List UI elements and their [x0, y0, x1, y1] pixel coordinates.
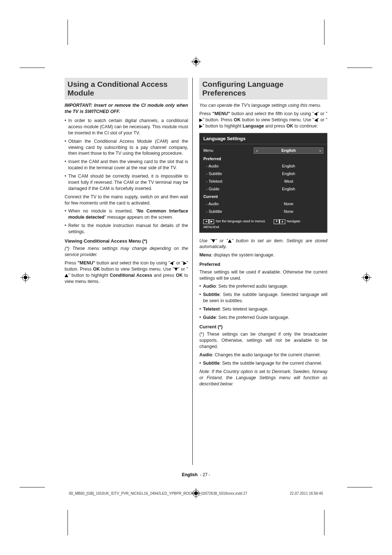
subheading-current: Current (*) [199, 324, 327, 330]
osd-footer: ◄ ▌▶Set the language used in menus ▼ ▌▲N… [200, 216, 327, 225]
important-note: IMPORTANT: Insert or remove the CI modul… [65, 102, 188, 115]
list-item: Audio: Sets the preferred audio language… [199, 283, 327, 289]
press-instructions: Press "MENU" button and select the fifth… [199, 111, 327, 129]
osd-row: - AudioEnglish [203, 162, 323, 170]
crop-mark [20, 487, 45, 487]
menu-desc: Menu: displays the system language. [199, 252, 327, 258]
arrow-down-icon [174, 268, 178, 271]
service-provider-note: (*) These menu settings may change depen… [65, 246, 188, 258]
list-item: Teletext: Sets teletext language. [199, 306, 327, 312]
osd-group-current: Current [203, 193, 323, 200]
list-item: The CAM should be correctly inserted, it… [65, 173, 188, 192]
arrow-left-icon [314, 112, 317, 116]
list-item: Subtitle: Sets the subtitle language. Se… [199, 292, 327, 304]
page-footer: English - 27 - [65, 472, 327, 477]
nav-arrows-icon: ◄ ▌▶ [203, 219, 214, 224]
registration-mark-icon [191, 57, 201, 67]
heading-conditional-access: Using a Conditional Access Module [65, 78, 188, 100]
current-list: Subtitle: Sets the subtitle language for… [199, 360, 327, 366]
osd-row: - SubtitleNone [203, 208, 323, 215]
arrow-up-icon [65, 274, 68, 277]
preferred-list: Audio: Sets the preferred audio language… [199, 283, 327, 320]
crop-mark [324, 510, 324, 535]
list-item: Obtain the Conditional Access Module (CA… [65, 138, 188, 157]
arrow-left-icon [170, 262, 173, 265]
arrow-left-icon [314, 118, 318, 122]
osd-row: - GuideEnglish [203, 185, 323, 193]
crop-mark [347, 68, 372, 68]
registration-mark-icon [20, 272, 30, 283]
use-instruction: Use "" or "" button to set an item. Sett… [199, 238, 327, 250]
print-metadata: 00_MB60_[GB]_1910UK_IDTV_PVR_NICKEL16_24… [69, 491, 323, 495]
menu-key-icon: MENU [203, 225, 213, 229]
left-column: Using a Conditional Access Module IMPORT… [65, 78, 193, 465]
arrow-right-icon [199, 118, 203, 122]
osd-row: - AudioNone [203, 200, 323, 208]
list-item: Guide: Sets the preferred Guide language… [199, 315, 327, 321]
heading-language-prefs: Configuring Language Preferences [199, 78, 327, 100]
page-content: Using a Conditional Access Module IMPORT… [65, 78, 327, 477]
connect-para: Connect the TV to the mains supply, swit… [65, 194, 188, 206]
crop-mark [347, 487, 372, 487]
arrow-right-icon [199, 125, 203, 128]
print-timestamp: 22.07.2011 16:56:45 [290, 491, 323, 495]
lang-intro: You can operate the TV's language settin… [199, 102, 327, 109]
osd-title: Language Settings [200, 133, 327, 145]
crop-mark [68, 20, 68, 45]
current-desc: (*) These settings can be changed if onl… [199, 331, 327, 350]
preferred-desc: These settings will be used if available… [199, 269, 327, 281]
chevron-left-icon: ‹ [254, 148, 260, 153]
osd-row: - SubtitleEnglish [203, 170, 323, 178]
arrow-up-icon [228, 239, 232, 243]
current-audio: Audio: Changes the audio language for th… [199, 352, 327, 358]
cam-steps-list: In order to watch certain digital channe… [65, 118, 188, 192]
right-column: Configuring Language Preferences You can… [199, 78, 327, 465]
country-note: Note: If the Country option is set to De… [199, 369, 327, 387]
osd-footer-exit: MENUExit [200, 225, 327, 231]
crop-mark [20, 68, 45, 68]
subheading-preferred: Preferred [199, 261, 327, 268]
print-file: 00_MB60_[GB]_1910UK_IDTV_PVR_NICKEL16_24… [69, 491, 247, 495]
osd-row: - TeletextWest [203, 178, 323, 185]
osd-menu-row: Menu ‹ English › [203, 146, 323, 155]
osd-menu-value: ‹ English › [254, 147, 323, 154]
arrow-down-icon [212, 239, 215, 243]
list-item: Subtitle: Sets the subtitle language for… [199, 360, 327, 366]
list-item: Refer to the module instruction manual f… [65, 223, 188, 235]
nav-updown-icon: ▼ ▌▲ [274, 219, 285, 224]
registration-mark-icon [362, 272, 372, 283]
subheading-viewing-menu: Viewing Conditional Access Menu (*) [65, 238, 188, 244]
crop-mark [68, 510, 68, 535]
crop-mark [324, 20, 324, 45]
language-settings-osd: Language Settings Menu ‹ English › Prefe… [199, 133, 327, 233]
press-instructions: Press "MENU" button and select the icon … [65, 260, 188, 285]
list-item: Insert the CAM and then the viewing card… [65, 159, 188, 171]
list-item: In order to watch certain digital channe… [65, 118, 188, 136]
cam-notes-list: When no module is inserted, "No Common I… [65, 208, 188, 235]
osd-group-preferred: Preferred [203, 155, 323, 162]
chevron-right-icon: › [317, 148, 323, 153]
arrow-right-icon [183, 262, 187, 265]
list-item: When no module is inserted, "No Common I… [65, 208, 188, 220]
